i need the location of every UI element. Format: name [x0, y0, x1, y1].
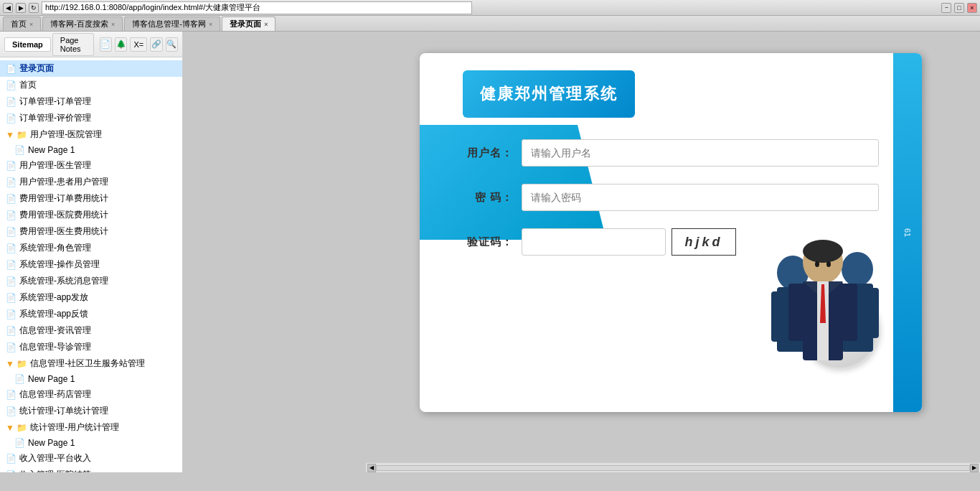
nav-back-btn[interactable]: ◀ — [3, 3, 13, 13]
search-icon[interactable]: 🔍 — [166, 37, 178, 52]
right-strip: 61 — [893, 53, 922, 412]
sidebar-item[interactable]: 📄用户管理-医生管理 — [0, 157, 182, 174]
svg-point-4 — [842, 252, 873, 286]
tab-login[interactable]: 登录页面 × — [222, 17, 275, 31]
sidebar-item[interactable]: 📄信息管理-资讯管理 — [0, 322, 182, 339]
page-icon: 📄 — [6, 97, 17, 107]
page-icon: 📄 — [6, 454, 17, 464]
sidebar-item[interactable]: 📄订单管理-评价管理 — [0, 110, 182, 126]
person-svg — [757, 215, 886, 388]
tab-baidu-close[interactable]: × — [111, 21, 115, 28]
svg-rect-15 — [788, 284, 804, 341]
link-icon[interactable]: 🔗 — [150, 37, 162, 52]
horizontal-scrollbar[interactable]: ◀ ▶ — [366, 462, 980, 472]
sidebar-item[interactable]: 📄New Page 1 — [0, 143, 182, 157]
tab-blog-label: 博客信息管理-博客网 — [132, 19, 206, 29]
sidebar-item-label: New Page 1 — [28, 374, 75, 384]
sidebar-item-label: 用户管理-患者用户管理 — [19, 176, 108, 188]
page-icon: 📄 — [6, 390, 17, 400]
sidebar-item-label: 费用管理-医生费用统计 — [19, 225, 108, 238]
tab-blog[interactable]: 博客信息管理-博客网 × — [124, 17, 220, 31]
sidebar-item[interactable]: 📄登录页面 — [0, 60, 182, 77]
sidebar-item-label: 信息管理-资讯管理 — [19, 324, 91, 337]
folder-icon: ▼ 📁 — [6, 359, 27, 369]
password-label: 密 码： — [463, 191, 513, 205]
password-input[interactable] — [522, 184, 879, 211]
tab-blog-close[interactable]: × — [209, 21, 212, 28]
x-equals-icon[interactable]: X= — [130, 37, 147, 52]
sidebar-item[interactable]: 📄系统管理-角色管理 — [0, 240, 182, 256]
restore-btn[interactable]: □ — [954, 3, 964, 13]
sidebar-item-label: 信息管理-导诊管理 — [19, 341, 91, 353]
sidebar-item[interactable]: 📄系统管理-系统消息管理 — [0, 273, 182, 289]
tab-login-close[interactable]: × — [264, 21, 268, 28]
sidebar-item[interactable]: 📄New Page 1 — [0, 436, 182, 450]
sidebar-item[interactable]: 📄费用管理-订单费用统计 — [0, 190, 182, 207]
sidebar-item[interactable]: 📄收入管理-医院结算 — [0, 467, 182, 472]
sidebar-item[interactable]: 📄订单管理-订单管理 — [0, 93, 182, 110]
username-label: 用户名： — [463, 146, 513, 160]
nav-forward-btn[interactable]: ▶ — [16, 3, 26, 13]
sidebar-item[interactable]: 📄New Page 1 — [0, 372, 182, 386]
tab-homepage[interactable]: 首页 × — [3, 17, 41, 31]
scroll-track[interactable] — [376, 465, 970, 471]
page-icon: 📄 — [6, 260, 17, 270]
page-icon[interactable]: 📄 — [100, 37, 112, 52]
nav-refresh-btn[interactable]: ↻ — [29, 3, 39, 13]
captcha-image[interactable]: hjkd — [672, 228, 736, 256]
sidebar-item-label: 订单管理-评价管理 — [19, 112, 91, 124]
sidebar-item[interactable]: 📄信息管理-导诊管理 — [0, 339, 182, 355]
password-row: 密 码： — [463, 184, 879, 211]
tab-baidu-label: 博客网-百度搜索 — [50, 19, 108, 29]
page-icon: 📄 — [6, 113, 17, 123]
sidebar-item-label: 首页 — [19, 79, 37, 91]
sidebar-item-label: 费用管理-医院费用统计 — [19, 209, 108, 221]
sidebar-item[interactable]: 📄费用管理-医院费用统计 — [0, 207, 182, 223]
svg-rect-16 — [842, 284, 857, 341]
page-icon: 📄 — [6, 227, 17, 237]
sidebar-item[interactable]: 📄费用管理-医生费用统计 — [0, 223, 182, 240]
sidebar-item[interactable]: 📄收入管理-平台收入 — [0, 450, 182, 467]
tree-icon[interactable]: 🌲 — [115, 37, 127, 52]
sidebar-item[interactable]: 📄系统管理-操作员管理 — [0, 256, 182, 273]
sidebar-item-label: 费用管理-订单费用统计 — [19, 192, 108, 205]
sidebar-item-label: 系统管理-app发放 — [19, 291, 88, 304]
page-icon: 📄 — [6, 194, 17, 204]
captcha-input[interactable] — [522, 228, 666, 256]
captcha-label: 验证码： — [463, 235, 513, 249]
sidebar-item[interactable]: 📄统计管理-订单统计管理 — [0, 403, 182, 419]
tab-sitemap[interactable]: Sitemap — [4, 37, 51, 52]
close-btn[interactable]: × — [967, 3, 977, 13]
folder-icon: ▼ 📁 — [6, 130, 27, 140]
main-layout: Sitemap Page Notes 📄 🌲 X= 🔗 🔍 📄登录页面📄首页📄订… — [0, 32, 980, 472]
page-icon: 📄 — [6, 161, 17, 171]
sidebar-item-label: 统计管理-订单统计管理 — [19, 405, 108, 417]
sidebar: Sitemap Page Notes 📄 🌲 X= 🔗 🔍 📄登录页面📄首页📄订… — [0, 32, 183, 472]
minimize-btn[interactable]: － — [941, 3, 951, 13]
sidebar-item[interactable]: 📄信息管理-药店管理 — [0, 386, 182, 403]
folder-icon: ▼ 📁 — [6, 423, 27, 433]
sidebar-item[interactable]: ▼ 📁统计管理-用户统计管理 — [0, 419, 182, 436]
sidebar-item[interactable]: 📄系统管理-app发放 — [0, 289, 182, 306]
username-input[interactable] — [522, 139, 879, 167]
person-illustration — [757, 215, 886, 391]
sidebar-item-label: 用户管理-医院管理 — [30, 128, 102, 141]
sidebar-item-label: 订单管理-订单管理 — [19, 95, 91, 108]
svg-point-9 — [803, 240, 843, 263]
sidebar-item[interactable]: 📄首页 — [0, 77, 182, 93]
tab-homepage-close[interactable]: × — [29, 21, 33, 28]
sidebar-item[interactable]: ▼ 📁用户管理-医院管理 — [0, 126, 182, 143]
scroll-right-btn[interactable]: ▶ — [970, 464, 979, 472]
sidebar-item[interactable]: 📄用户管理-患者用户管理 — [0, 174, 182, 190]
sidebar-item[interactable]: 📄系统管理-app反馈 — [0, 306, 182, 322]
sidebar-item-label: 收入管理-医院结算 — [19, 469, 91, 472]
tab-page-notes[interactable]: Page Notes — [52, 33, 94, 56]
sidebar-toolbar: Sitemap Page Notes 📄 🌲 X= 🔗 🔍 — [0, 32, 182, 57]
sidebar-item-label: New Page 1 — [28, 438, 75, 448]
tab-bar: 首页 × 博客网-百度搜索 × 博客信息管理-博客网 × 登录页面 × — [0, 16, 980, 32]
sidebar-item[interactable]: ▼ 📁信息管理-社区卫生服务站管理 — [0, 355, 182, 372]
scroll-left-btn[interactable]: ◀ — [367, 464, 376, 472]
sidebar-item-label: 统计管理-用户统计管理 — [30, 421, 119, 434]
tab-baidu[interactable]: 博客网-百度搜索 × — [42, 17, 123, 31]
address-input[interactable]: http://192.168.0.1:8080/app/login/index.… — [42, 1, 472, 14]
